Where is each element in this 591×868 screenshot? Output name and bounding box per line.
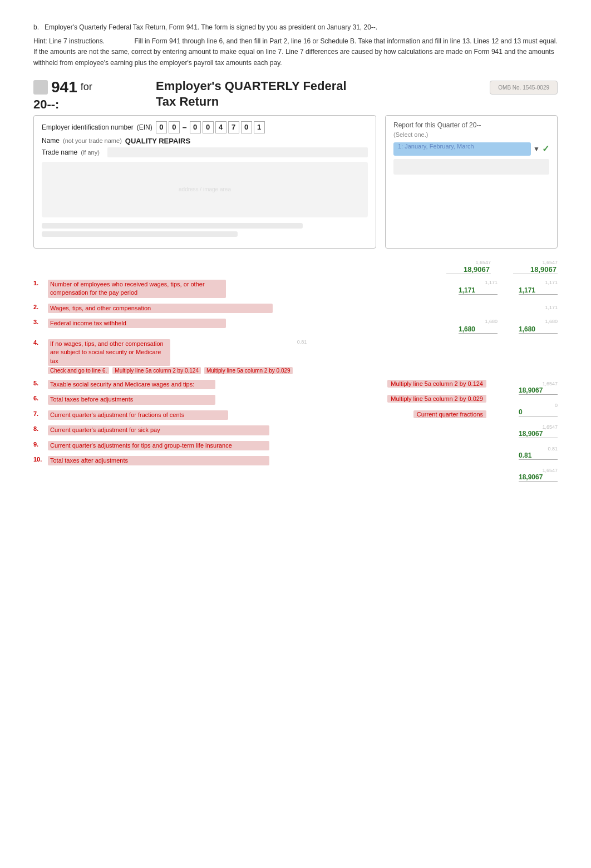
form-for-label: for (81, 81, 92, 93)
side-amount-3: 1,6547 18,9067 (519, 424, 558, 438)
side-amount-4-value: 0.81 (519, 452, 558, 460)
side-amount-1-value: 18,9067 (519, 386, 558, 395)
row4-amount-label: 0.81 (297, 339, 307, 345)
side-amount-4-label: 0.81 (548, 446, 558, 452)
ein-digit-0: 0 (156, 121, 167, 133)
intro-text: Employer's Quarterly Federal Tax Return,… (45, 23, 377, 31)
ein-digit-5: 7 (228, 121, 239, 133)
checkmark-icon: ✓ (542, 143, 549, 154)
row1-num: 1. (33, 280, 43, 286)
row7-desc: Current quarter's adjustment for fractio… (48, 410, 228, 420)
dropdown-value: 1: January, February, March (393, 141, 479, 152)
table-row: 10. Total taxes after adjustments (33, 456, 491, 465)
left-panel: Employer identification number (EIN) 0 0… (33, 115, 376, 249)
side-amount-3-value: 18,9067 (519, 430, 558, 438)
side-amount-4: 0.81 0.81 (519, 446, 558, 460)
form-rows: 1,6547 18,9067 1,6547 18,9067 1. Number … (33, 260, 558, 482)
row3-amount-label2: 1,680 (545, 319, 558, 324)
trade-paren: (if any) (81, 149, 100, 156)
side-amount-5-value: 18,9067 (519, 473, 558, 482)
page-container: b. Employer's Quarterly Federal Tax Retu… (33, 22, 558, 482)
ein-digit-3: 0 (203, 121, 214, 133)
label-b: b. (33, 23, 39, 31)
right-panel-select: (Select one.) (393, 131, 549, 138)
hint-label: Hint: Line 7 instructions. (33, 37, 105, 45)
name-value: QUALITY REPAIRS (125, 137, 190, 145)
row6-mid: Multiply line 5a column 2 by 0.029 (387, 395, 486, 403)
side-amount-1-label: 1,6547 (542, 381, 558, 386)
row10-desc: Total taxes after adjustments (48, 456, 269, 465)
row3-num: 3. (33, 319, 43, 325)
ein-digit-4: 4 (215, 121, 226, 133)
name-paren: (not your trade name) (63, 137, 122, 144)
row3-amount-label: 1,680 (485, 319, 498, 324)
form-number-label: 941 (51, 78, 77, 96)
row1-amount-value2: 1,171 (519, 286, 558, 295)
side-amount-1: 1,6547 18,9067 (519, 381, 558, 395)
quarter-dropdown[interactable]: 1: January, February, March (393, 142, 531, 156)
row1-desc: Number of employees who received wages, … (48, 280, 226, 298)
row7-mid: Current quarter fractions (413, 410, 486, 418)
row4-num: 4. (33, 339, 43, 346)
side-amount-5: 1,6547 18,9067 (519, 468, 558, 482)
ein-digit-7: 1 (254, 121, 265, 133)
row6-num: 6. (33, 395, 43, 401)
top-amount-1-label: 1,6547 (475, 260, 491, 265)
form-title-line2: Tax Return (156, 94, 347, 110)
blurred-lines (42, 223, 368, 237)
table-row: 3. Federal income tax withheld 1,680 1,6… (33, 319, 558, 334)
side-amount-3-label: 1,6547 (542, 424, 558, 430)
table-row: 4. If no wages, tips, and other compensa… (33, 339, 558, 374)
right-panel-dropdown[interactable]: 1: January, February, March ▼ ✓ (393, 142, 549, 156)
top-amount-2: 1,6547 18,9067 (513, 260, 558, 274)
trade-label: Trade name (42, 148, 77, 156)
row8-desc: Current quarter's adjustment for sick pa… (48, 425, 269, 435)
right-panel-title: Report for this Quarter of 20-- (393, 121, 549, 129)
row1-amount-value: 1,171 (459, 286, 498, 295)
row1-amount-label: 1,171 (485, 280, 498, 285)
name-label: Name (42, 137, 60, 145)
dept-stamp: OMB No. 1545-0029 (498, 85, 549, 91)
row9-desc: Current quarter's adjustments for tips a… (48, 441, 269, 450)
top-amount-2-label: 1,6547 (542, 260, 558, 265)
table-row: 7. Current quarter's adjustment for frac… (33, 410, 491, 420)
row3-desc: Federal income tax withheld (48, 319, 226, 328)
hint-detail: Fill in Form 941 through line 6, and the… (33, 37, 558, 66)
top-amount-1-value: 18,9067 (446, 265, 491, 274)
ein-paren: (EIN) (137, 123, 152, 131)
row4-desc: If no wages, tips, and other compensatio… (48, 339, 170, 366)
table-row: 1. Number of employees who received wage… (33, 280, 558, 298)
ein-digits: 0 0 – 0 0 4 7 0 1 (156, 121, 265, 133)
table-row: 6. Total taxes before adjustments Multip… (33, 395, 491, 404)
row9-num: 9. (33, 441, 43, 448)
row10-num: 10. (33, 456, 43, 463)
table-row: 8. Current quarter's adjustment for sick… (33, 425, 491, 435)
row4-sub2: Multiply line 5a column 2 by 0.124 (112, 367, 201, 374)
row2-desc: Wages, tips, and other compensation (48, 304, 273, 313)
ein-label: Employer identification number (42, 123, 134, 131)
address-placeholder: address / image area (179, 186, 231, 192)
top-amount-1: 1,6547 18,9067 (446, 260, 491, 274)
side-amount-5-label: 1,6547 (542, 468, 558, 473)
row5-mid: Multiply line 5a column 2 by 0.124 (387, 380, 486, 388)
form-year: 20--: (33, 97, 134, 112)
top-amount-2-value: 18,9067 (513, 265, 558, 274)
row3-amount-value: 1,680 (459, 325, 498, 334)
dropdown-arrow-icon: ▼ (533, 145, 540, 153)
row5-desc: Taxable social security and Medicare wag… (48, 380, 215, 389)
row3-amount-value2: 1,680 (519, 325, 558, 334)
ein-digit-1: 0 (169, 121, 180, 133)
row8-num: 8. (33, 425, 43, 432)
ein-digit-6: 0 (241, 121, 252, 133)
form-title-line1: Employer's QUARTERLY Federal (156, 78, 347, 95)
table-row: 2. Wages, tips, and other compensation 1… (33, 304, 558, 313)
ein-digit-2: 0 (190, 121, 201, 133)
side-amount-2-value: 0 (519, 408, 558, 416)
side-amount-2: 0 0 (519, 403, 558, 416)
form-icon (33, 80, 48, 95)
right-panel: Report for this Quarter of 20-- (Select … (385, 115, 558, 249)
row1-amount-label2: 1,171 (545, 280, 558, 285)
row2-num: 2. (33, 304, 43, 310)
row5-num: 5. (33, 380, 43, 386)
table-row: 5. Taxable social security and Medicare … (33, 380, 491, 389)
